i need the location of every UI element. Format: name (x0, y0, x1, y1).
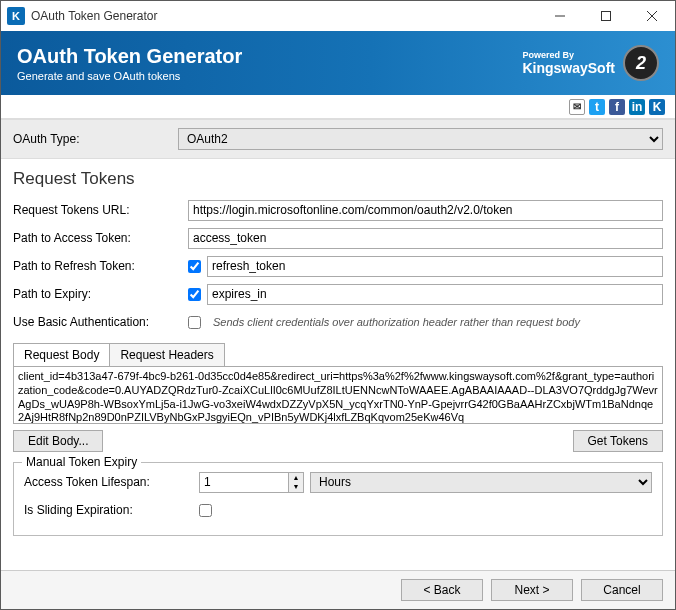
access-token-row: Path to Access Token: (13, 227, 663, 249)
tab-request-body[interactable]: Request Body (13, 343, 110, 366)
banner-logos: Powered By KingswaySoft 2 (522, 45, 659, 81)
access-token-label: Path to Access Token: (13, 231, 188, 245)
lifespan-spinner: ▲ ▼ (289, 472, 304, 493)
get-tokens-button[interactable]: Get Tokens (573, 430, 663, 452)
section-title: Request Tokens (13, 169, 663, 189)
content-area: Request Tokens Request Tokens URL: Path … (1, 159, 675, 570)
banner-subtitle: Generate and save OAuth tokens (17, 70, 522, 82)
expiry-checkbox[interactable] (188, 288, 201, 301)
kingsway-icon[interactable]: K (649, 99, 665, 115)
banner-text: OAuth Token Generator Generate and save … (17, 45, 522, 82)
facebook-icon[interactable]: f (609, 99, 625, 115)
request-body-textarea[interactable]: client_id=4b313a47-679f-4bc9-b261-0d35cc… (13, 366, 663, 424)
expiry-label: Path to Expiry: (13, 287, 188, 301)
window-controls (537, 1, 675, 31)
refresh-token-row: Path to Refresh Token: (13, 255, 663, 277)
kingswaysoft-logo: Powered By KingswaySoft (522, 51, 615, 76)
request-url-label: Request Tokens URL: (13, 203, 188, 217)
refresh-token-checkbox[interactable] (188, 260, 201, 273)
oauth-type-select[interactable]: OAuth2 (178, 128, 663, 150)
logo-text: KingswaySoft (522, 60, 615, 76)
manual-expiry-fieldset: Manual Token Expiry Access Token Lifespa… (13, 462, 663, 536)
basic-auth-help: Sends client credentials over authorizat… (213, 316, 580, 328)
tab-strip: Request Body Request Headers (13, 343, 663, 366)
next-button[interactable]: Next > (491, 579, 573, 601)
request-url-input[interactable] (188, 200, 663, 221)
expiry-row: Path to Expiry: (13, 283, 663, 305)
lifespan-unit-select[interactable]: Hours (310, 472, 652, 493)
request-url-row: Request Tokens URL: (13, 199, 663, 221)
basic-auth-label: Use Basic Authentication: (13, 315, 188, 329)
tab-request-headers[interactable]: Request Headers (109, 343, 224, 366)
lifespan-down-button[interactable]: ▼ (289, 482, 303, 492)
powered-by-text: Powered By (522, 51, 615, 60)
minimize-button[interactable] (537, 1, 583, 31)
header-banner: OAuth Token Generator Generate and save … (1, 31, 675, 95)
access-token-input[interactable] (188, 228, 663, 249)
version-badge: 2 (623, 45, 659, 81)
sliding-checkbox[interactable] (199, 504, 212, 517)
oauth-type-row: OAuth Type: OAuth2 (1, 119, 675, 159)
app-icon: K (7, 7, 25, 25)
banner-title: OAuth Token Generator (17, 45, 522, 68)
svg-rect-1 (602, 12, 611, 21)
oauth-type-label: OAuth Type: (13, 132, 178, 146)
app-window: K OAuth Token Generator OAuth Token Gene… (0, 0, 676, 610)
lifespan-up-button[interactable]: ▲ (289, 473, 303, 483)
manual-expiry-legend: Manual Token Expiry (22, 455, 141, 469)
basic-auth-checkbox[interactable] (188, 316, 201, 329)
refresh-token-input[interactable] (207, 256, 663, 277)
cancel-button[interactable]: Cancel (581, 579, 663, 601)
back-button[interactable]: < Back (401, 579, 483, 601)
expiry-input[interactable] (207, 284, 663, 305)
body-buttons-row: Edit Body... Get Tokens (13, 430, 663, 452)
lifespan-row: Access Token Lifespan: ▲ ▼ Hours (24, 471, 652, 493)
twitter-icon[interactable]: t (589, 99, 605, 115)
refresh-token-label: Path to Refresh Token: (13, 259, 188, 273)
edit-body-button[interactable]: Edit Body... (13, 430, 103, 452)
linkedin-icon[interactable]: in (629, 99, 645, 115)
basic-auth-row: Use Basic Authentication: Sends client c… (13, 311, 663, 333)
mail-icon[interactable]: ✉ (569, 99, 585, 115)
maximize-button[interactable] (583, 1, 629, 31)
sliding-label: Is Sliding Expiration: (24, 503, 199, 517)
close-button[interactable] (629, 1, 675, 31)
lifespan-input[interactable] (199, 472, 289, 493)
window-title: OAuth Token Generator (31, 9, 537, 23)
titlebar: K OAuth Token Generator (1, 1, 675, 31)
social-bar: ✉ t f in K (1, 95, 675, 119)
footer-buttons: < Back Next > Cancel (1, 570, 675, 609)
sliding-row: Is Sliding Expiration: (24, 499, 652, 521)
lifespan-label: Access Token Lifespan: (24, 475, 199, 489)
